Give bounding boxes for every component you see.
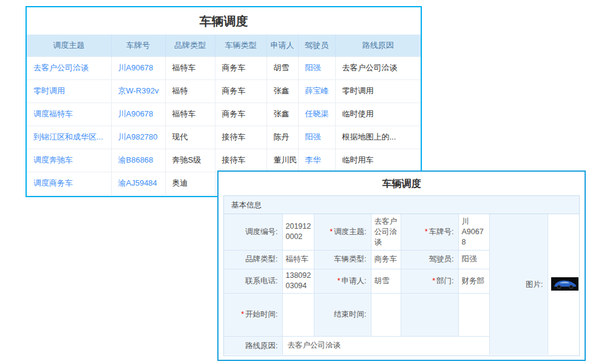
cell-subject-link[interactable]: 到锦江区和成华区... — [27, 126, 111, 149]
cell-applicant: 董川民 — [266, 149, 298, 172]
brand-label: 品牌类型: — [224, 250, 282, 269]
table-row: 调度福特车 川A90678 福特车 商务车 张鑫 任晓渠 临时使用 — [27, 103, 421, 126]
basic-info-section-header: 基本信息 — [224, 196, 579, 214]
dispatch-no-label: 调度编号: — [224, 214, 282, 250]
required-marker: * — [330, 228, 333, 236]
table-row: 去客户公司洽谈 川A90678 福特车 商务车 胡雪 阳强 去客户公司洽谈 — [27, 56, 421, 79]
image-label: 图片: — [489, 214, 548, 355]
cell-subject-link[interactable]: 调度奔驰车 — [27, 149, 111, 172]
cell-type: 商务车 — [215, 79, 266, 103]
cell-applicant: 陈丹 — [266, 126, 298, 149]
vtype-value: 商务车 — [371, 250, 401, 269]
detail-panel-title: 车辆调度 — [219, 172, 585, 195]
cell-subject-link[interactable]: 去客户公司洽谈 — [27, 56, 111, 79]
cell-plate-link[interactable]: 川A90678 — [111, 56, 165, 79]
cell-subject-link[interactable]: 零时调用 — [27, 79, 111, 103]
cell-brand: 福特车 — [165, 103, 215, 126]
cell-plate-link[interactable]: 京W-R392v — [111, 79, 165, 103]
cell-plate-link[interactable]: 川A982780 — [111, 126, 165, 149]
cell-brand: 奥迪 — [165, 172, 215, 195]
cell-subject-link[interactable]: 调度福特车 — [27, 103, 111, 126]
required-marker: * — [241, 310, 244, 318]
cell-driver-link[interactable]: 薛宝峰 — [298, 79, 335, 103]
route-reason-label: 路线原因: — [224, 336, 282, 355]
cell-plate-link[interactable]: 渝B86868 — [111, 149, 165, 172]
driver-value: 阳强 — [458, 250, 489, 269]
empty-label-cell — [401, 293, 458, 336]
plate-label: *车牌号: — [401, 214, 458, 250]
cell-brand: 奔驰S级 — [165, 149, 215, 172]
table-row: 到锦江区和成华区... 川A982780 现代 接待车 陈丹 阳强 根据地图上的… — [27, 126, 421, 149]
start-time-value[interactable] — [282, 293, 314, 336]
end-time-label: 结束时间: — [314, 293, 371, 336]
cell-reason: 去客户公司洽谈 — [335, 56, 421, 79]
cell-type: 商务车 — [215, 103, 266, 126]
cell-driver-link[interactable]: 李华 — [298, 149, 335, 172]
table-row: 零时调用 京W-R392v 福特 商务车 张鑫 薛宝峰 零时调用 — [27, 79, 421, 103]
vehicle-dispatch-list-panel: 车辆调度 调度主题 车牌号 品牌类型 车辆类型 申请人 驾驶员 路线原因 去客户… — [25, 6, 422, 197]
cell-reason: 临时使用 — [335, 103, 421, 126]
list-panel-title: 车辆调度 — [27, 7, 421, 35]
required-marker: * — [425, 228, 428, 236]
cell-brand: 现代 — [165, 126, 215, 149]
end-time-value[interactable] — [371, 293, 401, 336]
basic-info-section: 基本信息 调度编号: 2019120002 *调度主题: 去客户公司洽谈 *车牌… — [223, 195, 580, 356]
dept-value: 财务部 — [458, 269, 489, 293]
cell-applicant: 张鑫 — [266, 103, 298, 126]
subject-label: *调度主题: — [314, 214, 371, 250]
column-header-reason: 路线原因 — [335, 35, 421, 56]
plate-value: 川A90678 — [458, 214, 489, 250]
table-row: 调度奔驰车 渝B86868 奔驰S级 接待车 董川民 李华 临时用车 — [27, 149, 421, 172]
required-marker: * — [432, 277, 435, 285]
cell-reason: 零时调用 — [335, 79, 421, 103]
column-header-applicant: 申请人 — [266, 35, 298, 56]
applicant-label: *申请人: — [314, 269, 371, 293]
table-header-row: 调度主题 车牌号 品牌类型 车辆类型 申请人 驾驶员 路线原因 — [27, 35, 421, 56]
empty-value-cell — [458, 293, 489, 336]
brand-value: 福特车 — [282, 250, 314, 269]
vehicle-photo-thumbnail[interactable] — [551, 277, 578, 291]
cell-brand: 福特 — [165, 79, 215, 103]
vehicle-photo-cell — [548, 214, 579, 355]
route-reason-value: 去客户公司洽谈 — [282, 336, 489, 355]
column-header-brand: 品牌类型 — [165, 35, 215, 56]
cell-driver-link[interactable]: 阳强 — [298, 56, 335, 79]
cell-driver-link[interactable]: 阳强 — [298, 126, 335, 149]
cell-reason: 根据地图上的... — [335, 126, 421, 149]
cell-subject-link[interactable]: 调度商务车 — [27, 172, 111, 195]
cell-driver-link[interactable]: 任晓渠 — [298, 103, 335, 126]
dispatch-no-value: 2019120002 — [282, 214, 314, 250]
cell-applicant: 张鑫 — [266, 79, 298, 103]
column-header-subject: 调度主题 — [27, 35, 111, 56]
cell-applicant: 胡雪 — [266, 56, 298, 79]
column-header-plate: 车牌号 — [111, 35, 165, 56]
vehicle-dispatch-detail-panel: 车辆调度 基本信息 调度编号: 2019120002 *调度主题: 去客户公司洽… — [217, 170, 586, 361]
cell-plate-link[interactable]: 川A90678 — [111, 103, 165, 126]
subject-value: 去客户公司洽谈 — [371, 214, 401, 250]
vtype-label: 车辆类型: — [314, 250, 371, 269]
cell-reason: 临时用车 — [335, 149, 421, 172]
required-marker: * — [337, 277, 341, 285]
applicant-value: 胡雪 — [371, 269, 401, 293]
cell-plate-link[interactable]: 渝AJ59484 — [111, 172, 165, 195]
dept-label: *部门: — [401, 269, 458, 293]
column-header-type: 车辆类型 — [215, 35, 266, 56]
column-header-driver: 驾驶员 — [298, 35, 335, 56]
phone-value: 13809203094 — [282, 269, 314, 293]
basic-info-form: 调度编号: 2019120002 *调度主题: 去客户公司洽谈 *车牌号: 川A… — [224, 214, 579, 355]
cell-brand: 福特车 — [165, 56, 215, 79]
phone-label: 联系电话: — [224, 269, 282, 293]
cell-type: 接待车 — [215, 126, 266, 149]
cell-type: 接待车 — [215, 149, 266, 172]
driver-label: 驾驶员: — [401, 250, 458, 269]
start-time-label: *开始时间: — [224, 293, 282, 336]
cell-type: 商务车 — [215, 56, 266, 79]
